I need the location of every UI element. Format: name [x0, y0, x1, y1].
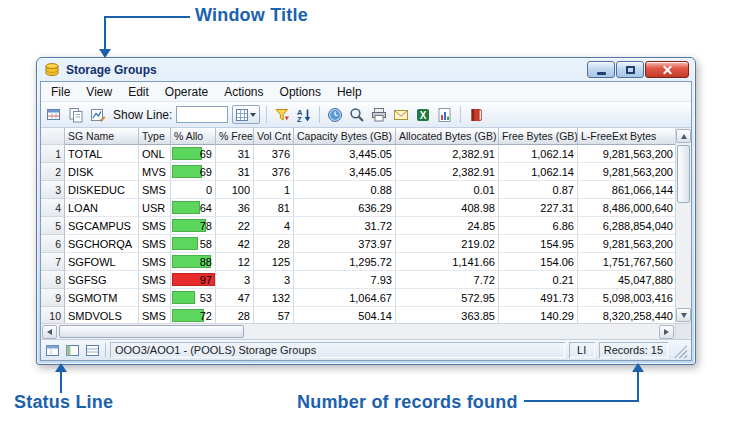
cell-lfree: 1,751,767,560: [578, 253, 675, 271]
cell-capacity: 31.72: [294, 217, 396, 235]
scroll-down-button[interactable]: [676, 308, 691, 322]
menu-actions[interactable]: Actions: [216, 83, 271, 101]
cell-type: SMS: [139, 271, 171, 289]
cell-capacity: 1,064.67: [294, 289, 396, 307]
cell-name: SGCAMPUS: [65, 217, 139, 235]
toolbar-separator: [460, 106, 461, 123]
close-icon: [662, 64, 673, 75]
cell-alloc: 53: [171, 289, 216, 307]
row-number: 1: [41, 145, 65, 163]
table-row[interactable]: 5SGCAMPUSSMS7822431.7224.856.866,288,854…: [41, 217, 675, 235]
cell-vol: 3: [254, 271, 294, 289]
table-view-icon[interactable]: [45, 106, 63, 124]
table-row[interactable]: 1TOTALONL69313763,445.052,382.911,062.14…: [41, 145, 675, 163]
cell-freeb: 154.95: [499, 235, 578, 253]
menu-operate[interactable]: Operate: [157, 83, 216, 101]
cell-allocated: 1,141.66: [396, 253, 499, 271]
cell-freeb: 1,062.14: [499, 145, 578, 163]
row-number: 3: [41, 181, 65, 199]
column-header-lfree[interactable]: L-FreeExt Bytes: [578, 128, 675, 145]
scroll-right-button[interactable]: [659, 325, 674, 339]
excel-icon[interactable]: X: [414, 106, 432, 124]
window-icon[interactable]: [43, 61, 61, 79]
maximize-button[interactable]: [616, 61, 644, 78]
grid-options-button[interactable]: [232, 105, 260, 124]
column-header-allocated[interactable]: Allocated Bytes (GB): [396, 128, 499, 145]
table-row[interactable]: 7SGFOWLSMS88121251,295.721,141.66154.061…: [41, 253, 675, 271]
maximize-icon: [626, 66, 635, 74]
table-row[interactable]: 8SGFSGSMS97337.937.720.2145,047,880: [41, 271, 675, 289]
scroll-left-button[interactable]: [42, 325, 57, 339]
status-view-icon-2[interactable]: [65, 342, 81, 358]
menu-options[interactable]: Options: [272, 83, 329, 101]
resize-grip[interactable]: [674, 345, 687, 358]
table-row[interactable]: 6SGCHORQASMS584228373.97219.02154.959,28…: [41, 235, 675, 253]
menu-view[interactable]: View: [78, 83, 120, 101]
cell-name: SGFSG: [65, 271, 139, 289]
cell-vol: 28: [254, 235, 294, 253]
table-row[interactable]: 10SMDVOLSSMS722857504.14363.85140.298,32…: [41, 307, 675, 323]
close-button[interactable]: [645, 61, 689, 78]
toolbar: Show Line: AZ: [41, 102, 691, 128]
print-icon[interactable]: [370, 106, 388, 124]
table-row[interactable]: 3DISKEDUCSMS010010.880.010.87861,066,144: [41, 181, 675, 199]
triangle-up-icon: [681, 134, 687, 139]
cell-allocated: 24.85: [396, 217, 499, 235]
sort-icon[interactable]: AZ: [295, 106, 313, 124]
column-header-type[interactable]: Type: [139, 128, 171, 145]
vertical-scrollbar-thumb[interactable]: [677, 145, 690, 203]
vertical-scrollbar[interactable]: [676, 128, 691, 323]
cell-free: 3: [216, 271, 254, 289]
cell-capacity: 0.88: [294, 181, 396, 199]
vertical-scrollbar-column: [675, 128, 691, 339]
table-row[interactable]: 4LOANUSR643681636.29408.98227.318,486,00…: [41, 199, 675, 217]
column-header-vol[interactable]: Vol Cnt: [254, 128, 294, 145]
status-mode-indicator: LI: [569, 342, 595, 358]
menu-file[interactable]: File: [43, 83, 78, 101]
minimize-button[interactable]: [587, 61, 615, 78]
triangle-left-icon: [47, 329, 52, 335]
records-found-callout: Number of records found: [297, 392, 518, 413]
cell-freeb: 1,062.14: [499, 163, 578, 181]
callout-line: [637, 371, 639, 402]
menu-help[interactable]: Help: [329, 83, 370, 101]
horizontal-scrollbar[interactable]: [41, 323, 675, 339]
help-book-icon[interactable]: [467, 106, 485, 124]
alloc-bar: [172, 165, 202, 178]
status-view-icon-1[interactable]: [45, 342, 61, 358]
clock-icon[interactable]: [326, 106, 344, 124]
cell-free: 42: [216, 235, 254, 253]
menu-edit[interactable]: Edit: [120, 83, 157, 101]
cell-name: SGFOWL: [65, 253, 139, 271]
column-header-alloc[interactable]: % Allo: [171, 128, 216, 145]
edit-chart-icon[interactable]: [89, 106, 107, 124]
column-header-freeb[interactable]: Free Bytes (GB): [499, 128, 578, 145]
mail-icon[interactable]: [392, 106, 410, 124]
filter-icon[interactable]: [273, 106, 291, 124]
column-header-name[interactable]: SG Name: [65, 128, 139, 145]
show-line-input[interactable]: [176, 106, 228, 123]
cell-capacity: 373.97: [294, 235, 396, 253]
status-view-icon-3[interactable]: [85, 342, 101, 358]
scroll-up-button[interactable]: [676, 129, 691, 143]
copy-icon[interactable]: [67, 106, 85, 124]
cell-type: SMS: [139, 289, 171, 307]
table-row[interactable]: 2DISKMVS69313763,445.052,382.911,062.149…: [41, 163, 675, 181]
toolbar-separator: [319, 106, 320, 123]
column-header-free[interactable]: % Free: [216, 128, 254, 145]
cell-lfree: 9,281,563,200: [578, 145, 675, 163]
menu-bar: FileViewEditOperateActionsOptionsHelp: [41, 82, 691, 102]
cell-alloc: 78: [171, 217, 216, 235]
horizontal-scrollbar-thumb[interactable]: [59, 325, 244, 338]
zoom-icon[interactable]: [348, 106, 366, 124]
cell-name: DISKEDUC: [65, 181, 139, 199]
cell-alloc: 72: [171, 307, 216, 323]
report-chart-icon[interactable]: [436, 106, 454, 124]
column-header-capacity[interactable]: Capacity Bytes (GB): [294, 128, 396, 145]
cell-type: SMS: [139, 307, 171, 323]
table-row[interactable]: 9SGMOTMSMS53471321,064.67572.95491.735,0…: [41, 289, 675, 307]
window-title-callout: Window Title: [195, 5, 308, 26]
cell-allocated: 7.72: [396, 271, 499, 289]
toolbar-separator: [266, 106, 267, 123]
callout-line: [60, 371, 62, 393]
